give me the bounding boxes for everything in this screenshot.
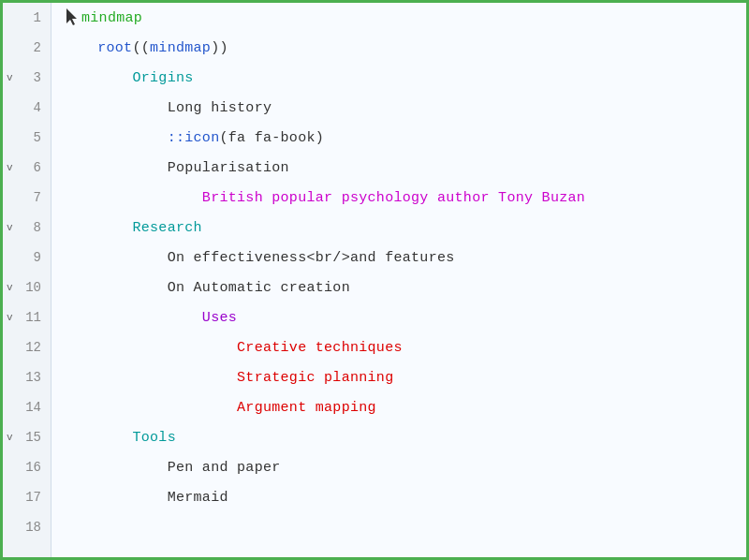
code-segment: )) bbox=[211, 40, 228, 56]
chevron-icon-10[interactable]: v bbox=[7, 282, 13, 293]
code-segment: Uses bbox=[202, 310, 237, 326]
code-segment: Long history bbox=[168, 100, 272, 116]
code-line-18 bbox=[51, 512, 746, 542]
code-segment: Origins bbox=[132, 70, 193, 86]
code-segment: mindmap bbox=[81, 10, 142, 26]
code-line-4: Long history bbox=[51, 93, 746, 123]
code-segment: mindmap bbox=[150, 40, 211, 56]
editor-container: 12v345v67v89v10v11121314v15161718 mindma… bbox=[0, 0, 749, 560]
chevron-icon-8[interactable]: v bbox=[7, 222, 13, 233]
line-number-17: 17 bbox=[3, 482, 51, 512]
code-line-2: root((mindmap)) bbox=[51, 33, 746, 63]
code-segment bbox=[63, 160, 168, 176]
code-segment bbox=[63, 250, 168, 266]
code-line-17: Mermaid bbox=[51, 482, 746, 512]
code-line-12: Creative techniques bbox=[51, 332, 746, 362]
code-line-3: Origins bbox=[51, 63, 746, 93]
code-line-10: On Automatic creation bbox=[51, 273, 746, 302]
code-segment: root bbox=[97, 40, 132, 56]
code-segment bbox=[63, 70, 132, 86]
code-segment: :: bbox=[168, 130, 185, 146]
cursor-icon bbox=[63, 7, 81, 29]
code-line-6: Popularisation bbox=[51, 153, 746, 183]
line-number-7: 7 bbox=[3, 183, 51, 213]
code-segment: Strategic planning bbox=[237, 370, 393, 386]
code-segment: Tools bbox=[132, 430, 176, 446]
code-segment bbox=[63, 460, 168, 476]
line-number-2: 2 bbox=[3, 33, 51, 63]
code-line-5: ::icon(fa fa-book) bbox=[51, 123, 746, 153]
editor-body: 12v345v67v89v10v11121314v15161718 mindma… bbox=[3, 3, 746, 557]
code-segment bbox=[63, 100, 168, 116]
line-number-4: 4 bbox=[3, 93, 51, 123]
line-number-16: 16 bbox=[3, 452, 51, 482]
code-line-1: mindmap bbox=[51, 3, 746, 33]
code-segment bbox=[63, 280, 168, 296]
code-area[interactable]: mindmap root((mindmap)) Origins Long his… bbox=[51, 3, 746, 557]
code-segment: Pen and paper bbox=[168, 460, 281, 476]
code-segment: Research bbox=[132, 220, 201, 236]
line-number-13: 13 bbox=[3, 362, 51, 392]
line-number-8: v8 bbox=[3, 213, 51, 243]
chevron-icon-6[interactable]: v bbox=[7, 162, 13, 173]
code-segment bbox=[63, 130, 168, 146]
chevron-icon-11[interactable]: v bbox=[7, 312, 13, 323]
line-number-9: 9 bbox=[3, 243, 51, 273]
code-line-16: Pen and paper bbox=[51, 452, 746, 482]
code-segment bbox=[63, 340, 237, 356]
code-line-7: British popular psychology author Tony B… bbox=[51, 183, 746, 213]
code-segment: On effectiveness<br/>and features bbox=[168, 250, 455, 266]
code-segment: icon bbox=[184, 130, 219, 146]
code-segment: (fa fa-book) bbox=[219, 130, 324, 146]
code-line-15: Tools bbox=[51, 422, 746, 452]
code-segment bbox=[63, 370, 237, 386]
code-line-9: On effectiveness<br/>and features bbox=[51, 243, 746, 273]
code-segment: Mermaid bbox=[168, 490, 228, 506]
line-number-12: 12 bbox=[3, 332, 51, 362]
code-segment bbox=[63, 220, 132, 236]
code-line-14: Argument mapping bbox=[51, 392, 746, 422]
code-line-11: Uses bbox=[51, 302, 746, 332]
code-segment: (( bbox=[132, 40, 150, 56]
chevron-icon-3[interactable]: v bbox=[7, 72, 13, 83]
line-number-6: v6 bbox=[3, 153, 51, 183]
code-segment bbox=[63, 430, 132, 446]
code-segment bbox=[63, 190, 202, 206]
code-segment bbox=[63, 400, 237, 416]
code-segment bbox=[63, 310, 202, 326]
code-line-8: Research bbox=[51, 213, 746, 243]
code-segment: On Automatic creation bbox=[168, 280, 350, 296]
code-segment: Argument mapping bbox=[237, 400, 376, 416]
line-number-11: v11 bbox=[3, 302, 51, 332]
line-number-18: 18 bbox=[3, 512, 51, 542]
code-segment: Creative techniques bbox=[237, 340, 403, 356]
code-segment bbox=[63, 40, 97, 56]
line-number-1: 1 bbox=[3, 3, 51, 33]
code-line-13: Strategic planning bbox=[51, 362, 746, 392]
line-numbers: 12v345v67v89v10v11121314v15161718 bbox=[3, 3, 51, 557]
line-number-14: 14 bbox=[3, 392, 51, 422]
line-number-10: v10 bbox=[3, 273, 51, 302]
line-number-5: 5 bbox=[3, 123, 51, 153]
line-number-15: v15 bbox=[3, 422, 51, 452]
code-segment: British popular psychology author Tony B… bbox=[202, 190, 585, 206]
line-number-3: v3 bbox=[3, 63, 51, 93]
code-segment bbox=[63, 490, 168, 506]
code-segment: Popularisation bbox=[168, 160, 289, 176]
chevron-icon-15[interactable]: v bbox=[7, 432, 13, 443]
